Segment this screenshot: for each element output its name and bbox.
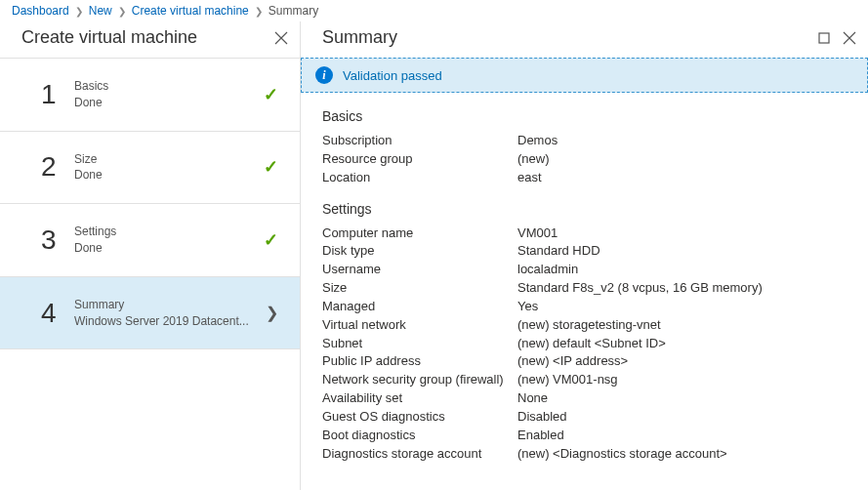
kv-key: Subnet [322,335,517,353]
validation-banner: i Validation passed [301,58,868,93]
step-status: Done [74,167,264,184]
step-number: 1 [41,79,74,110]
step-number: 4 [41,298,74,329]
breadcrumb-create-vm[interactable]: Create virtual machine [132,4,249,18]
kv-key: Availability set [322,389,517,408]
kv-key: Managed [322,298,517,316]
kv-val: Yes [517,298,538,316]
validation-text: Validation passed [343,68,442,83]
check-icon: ✓ [264,229,278,251]
kv-key: Virtual network [322,316,517,335]
step-status: Done [74,95,264,111]
kv-val: (new) [517,150,550,169]
wizard-step-basics[interactable]: 1 Basics Done ✓ [0,59,300,132]
kv-val: (new) VM001-nsg [517,371,618,389]
step-status: Windows Server 2019 Datacent... [74,313,266,330]
breadcrumb-current: Summary [269,4,318,18]
summary-panel: Summary i Validation passed Basics Subsc… [301,21,868,490]
step-label: Size [74,151,264,168]
breadcrumb-new[interactable]: New [89,4,112,18]
kv-val: Enabled [517,427,564,445]
step-label: Settings [74,224,264,240]
kv-key: Guest OS diagnostics [322,408,517,427]
kv-row: Public IP address(new) <IP address> [322,352,847,371]
kv-key: Subscription [322,132,517,150]
section-basics-title: Basics [322,108,847,124]
kv-key: Disk type [322,242,517,261]
info-icon: i [315,66,333,84]
kv-row: Diagnostics storage account(new) <Diagno… [322,445,847,464]
kv-val: east [517,169,542,187]
kv-val: (new) <Diagnostics storage account> [517,445,727,464]
kv-key: Diagnostics storage account [322,445,517,464]
kv-val: (new) default <Subnet ID> [517,335,666,353]
kv-row: Availability setNone [322,389,847,408]
maximize-icon[interactable] [817,31,831,45]
breadcrumb: Dashboard ❯ New ❯ Create virtual machine… [0,0,868,21]
kv-val: None [517,389,548,408]
step-status: Done [74,240,264,257]
kv-val: Disabled [517,408,567,427]
wizard-step-size[interactable]: 2 Size Done ✓ [0,132,300,205]
kv-val: VM001 [517,225,558,243]
chevron-right-icon: ❯ [255,6,263,17]
kv-row: Computer nameVM001 [322,225,847,243]
section-settings-title: Settings [322,201,847,217]
summary-body: Basics SubscriptionDemos Resource group(… [301,108,868,470]
kv-row: ManagedYes [322,298,847,316]
basics-rows: SubscriptionDemos Resource group(new) Lo… [322,132,847,187]
kv-row: SubscriptionDemos [322,132,847,150]
summary-title: Summary [322,27,397,48]
step-label: Basics [74,78,264,95]
chevron-right-icon: ❯ [266,304,278,322]
step-label: Summary [74,297,266,313]
kv-val: Standard HDD [517,242,600,261]
kv-key: Public IP address [322,352,517,371]
close-icon[interactable] [274,31,288,45]
kv-val: Demos [517,132,558,150]
kv-row: Usernamelocaladmin [322,261,847,279]
kv-key: Size [322,279,517,298]
kv-key: Boot diagnostics [322,427,517,445]
kv-val: Standard F8s_v2 (8 vcpus, 16 GB memory) [517,279,763,298]
kv-val: (new) <IP address> [517,352,628,371]
kv-val: (new) storagetesting-vnet [517,316,661,335]
kv-row: Guest OS diagnosticsDisabled [322,408,847,427]
svg-rect-0 [819,33,829,43]
chevron-right-icon: ❯ [118,6,126,17]
kv-row: Disk typeStandard HDD [322,242,847,261]
kv-key: Location [322,169,517,187]
kv-row: Locationeast [322,169,847,187]
kv-row: SizeStandard F8s_v2 (8 vcpus, 16 GB memo… [322,279,847,298]
step-number: 2 [41,151,74,183]
breadcrumb-dashboard[interactable]: Dashboard [12,4,69,18]
kv-row: Network security group (firewall)(new) V… [322,371,847,389]
kv-key: Computer name [322,225,517,243]
kv-row: Boot diagnosticsEnabled [322,427,847,445]
kv-key: Resource group [322,150,517,169]
wizard-panel: Create virtual machine 1 Basics Done ✓ 2… [0,21,301,490]
kv-row: Virtual network(new) storagetesting-vnet [322,316,847,335]
settings-rows: Computer nameVM001 Disk typeStandard HDD… [322,225,847,464]
wizard-step-summary[interactable]: 4 Summary Windows Server 2019 Datacent..… [0,277,300,350]
kv-key: Network security group (firewall) [322,371,517,389]
check-icon: ✓ [264,156,278,178]
kv-key: Username [322,261,517,279]
chevron-right-icon: ❯ [75,6,83,17]
close-icon[interactable] [843,31,856,45]
wizard-step-settings[interactable]: 3 Settings Done ✓ [0,204,300,277]
wizard-title: Create virtual machine [21,27,197,48]
check-icon: ✓ [264,84,278,105]
kv-row: Subnet(new) default <Subnet ID> [322,335,847,353]
kv-val: localadmin [517,261,578,279]
wizard-steps: 1 Basics Done ✓ 2 Size Done ✓ 3 Settings [0,58,300,349]
kv-row: Resource group(new) [322,150,847,169]
step-number: 3 [41,225,74,256]
